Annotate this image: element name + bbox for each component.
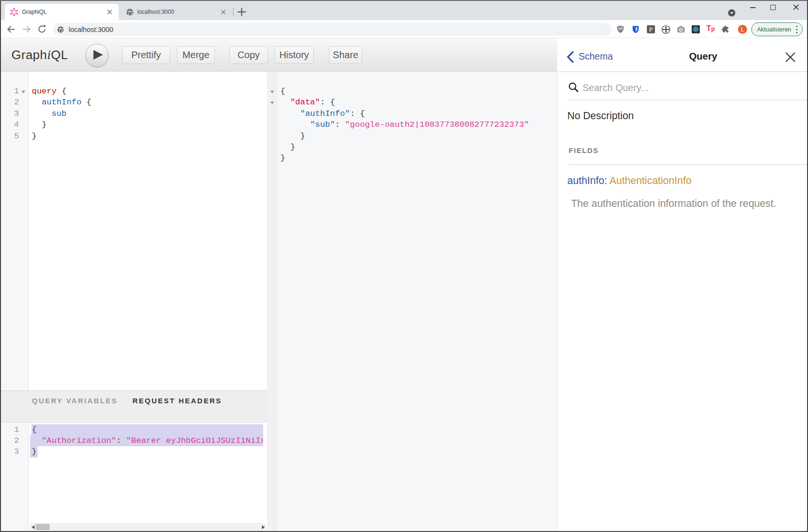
svg-text:uO: uO [618,27,623,30]
